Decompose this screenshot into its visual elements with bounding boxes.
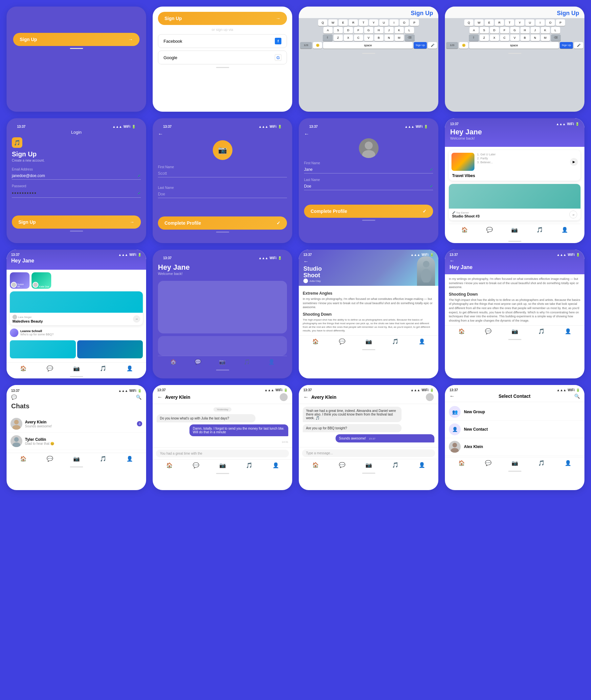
facebook-button[interactable]: Facebook f (158, 34, 287, 48)
back-arrow6[interactable]: ← (304, 394, 309, 400)
key2-z[interactable]: Z (480, 35, 489, 41)
chat-nav5[interactable]: 💬 (485, 328, 491, 334)
profile-nav2[interactable]: 👤 (126, 365, 133, 371)
signup-button-top[interactable]: Sign Up → (158, 12, 287, 25)
firstname-value[interactable]: Jane ✓ (304, 166, 433, 173)
key2-f[interactable]: F (500, 27, 509, 34)
back-arrow7[interactable]: ← (450, 393, 455, 399)
home-nav7[interactable]: 🏠 (166, 462, 173, 468)
chat-nav7[interactable]: 💬 (193, 462, 199, 468)
music-nav[interactable]: 🎵 (536, 227, 543, 233)
chat-nav[interactable]: 💬 (486, 227, 493, 233)
key-w[interactable]: W (328, 19, 337, 26)
key-mic[interactable]: 🎤 (428, 42, 437, 49)
maledives-card[interactable]: Lara Singer Maledives Beauty → (10, 291, 143, 325)
key2-emoji[interactable]: 🙂 (459, 42, 468, 49)
key-o[interactable]: O (400, 19, 409, 26)
key2-h[interactable]: H (520, 27, 530, 34)
key2-w[interactable]: W (474, 19, 484, 26)
firstname-input[interactable] (158, 170, 287, 177)
maledives-arrow[interactable]: → (133, 315, 140, 323)
key-h[interactable]: H (374, 27, 384, 34)
key-123[interactable]: 123 (300, 42, 312, 49)
music-nav3[interactable]: 🎵 (244, 359, 250, 365)
lastname-input[interactable] (158, 190, 287, 198)
studio-shoot-card[interactable]: 🎤 Top Earner Studio Shoot #3 → (449, 184, 581, 220)
key2-c[interactable]: C (500, 35, 509, 41)
home-nav5[interactable]: 🏠 (458, 328, 465, 334)
key2-b[interactable]: B (520, 35, 530, 41)
key2-q[interactable]: Q (464, 19, 473, 26)
story1[interactable]: Susan Wi... (10, 272, 29, 289)
signup-button[interactable]: Sign Up → (13, 33, 139, 46)
home-nav9[interactable]: 🏠 (458, 460, 465, 466)
signup-form-button[interactable]: Sign Up → (12, 216, 141, 229)
key-z[interactable]: Z (334, 35, 343, 41)
alex-klein-item[interactable]: Alex Klein (445, 438, 584, 456)
profile-photo-circle[interactable]: 📷 (213, 140, 233, 160)
back-btn3[interactable]: ← (304, 258, 434, 265)
signup-blue-button2[interactable]: Sign Up (448, 8, 582, 18)
chat-nav3[interactable]: 💬 (195, 359, 201, 365)
key-j[interactable]: J (385, 27, 394, 34)
key2-space[interactable]: space (469, 42, 559, 49)
key2-m[interactable]: M (541, 35, 550, 41)
camera-nav4[interactable]: 📷 (366, 338, 372, 345)
key-q[interactable]: Q (318, 19, 327, 26)
profile-nav5[interactable]: 👤 (565, 328, 571, 334)
key-i[interactable]: I (389, 19, 399, 26)
message-input[interactable]: You had a great time with the (156, 450, 289, 457)
key2-l[interactable]: L (551, 27, 560, 34)
key2-123[interactable]: 123 (446, 42, 458, 49)
key2-x[interactable]: X (490, 35, 499, 41)
home-nav[interactable]: 🏠 (461, 227, 468, 233)
profile-nav6[interactable]: 👤 (126, 456, 133, 462)
key-r[interactable]: R (349, 19, 358, 26)
key2-o[interactable]: O (546, 19, 555, 26)
key2-g[interactable]: G (510, 27, 519, 34)
music-nav9[interactable]: 🎵 (538, 460, 545, 466)
back-btn2[interactable]: ← (304, 131, 433, 137)
music-nav2[interactable]: 🎵 (100, 365, 107, 371)
key2-d[interactable]: D (490, 27, 499, 34)
password-input[interactable]: •••••••••• ✓ (12, 189, 141, 198)
back-arrow5[interactable]: ← (157, 394, 162, 400)
key-signup[interactable]: Sign Up (414, 42, 427, 49)
search-icon2[interactable]: 🔍 (574, 394, 580, 399)
home-nav3[interactable]: 🏠 (170, 359, 177, 365)
chat-item-avery[interactable]: Avery Klein Sounds awesome! 3 (7, 415, 146, 432)
music-nav8[interactable]: 🎵 (392, 462, 399, 468)
key-u[interactable]: U (379, 19, 388, 26)
key2-n[interactable]: N (531, 35, 540, 41)
camera-nav6[interactable]: 📷 (73, 456, 80, 462)
key-a[interactable]: A (323, 27, 333, 34)
chat-nav9[interactable]: 💬 (485, 460, 491, 466)
key2-backspace[interactable]: ⌫ (551, 35, 561, 41)
complete-profile-btn2[interactable]: Complete Profile ✓ (304, 205, 433, 218)
back-btn4[interactable]: ← (450, 258, 580, 264)
key2-u[interactable]: U (525, 19, 534, 26)
home-nav2[interactable]: 🏠 (20, 365, 26, 371)
key-n[interactable]: N (385, 35, 394, 41)
key-c[interactable]: C (354, 35, 363, 41)
chat-nav2[interactable]: 💬 (47, 365, 53, 371)
profile-nav7[interactable]: 👤 (272, 462, 279, 468)
key-d[interactable]: D (344, 27, 353, 34)
key-s[interactable]: S (334, 27, 343, 34)
key-backspace[interactable]: ⌫ (405, 35, 415, 41)
profile-nav9[interactable]: 👤 (565, 460, 571, 466)
key-x[interactable]: X (344, 35, 353, 41)
key2-p[interactable]: P (556, 19, 565, 26)
grid-image2[interactable] (77, 340, 143, 358)
home-nav6[interactable]: 🏠 (20, 456, 26, 462)
key2-t[interactable]: T (505, 19, 514, 26)
key-space[interactable]: space (323, 42, 413, 49)
home-nav8[interactable]: 🏠 (312, 462, 319, 468)
camera-nav2[interactable]: 📷 (73, 365, 80, 371)
key-l[interactable]: L (405, 27, 414, 34)
key2-y[interactable]: Y (515, 19, 524, 26)
key2-shift[interactable]: ⇧ (469, 35, 479, 41)
key-b[interactable]: B (374, 35, 384, 41)
music-nav4[interactable]: 🎵 (392, 338, 399, 345)
message-input2[interactable]: Type a message... (302, 449, 435, 457)
